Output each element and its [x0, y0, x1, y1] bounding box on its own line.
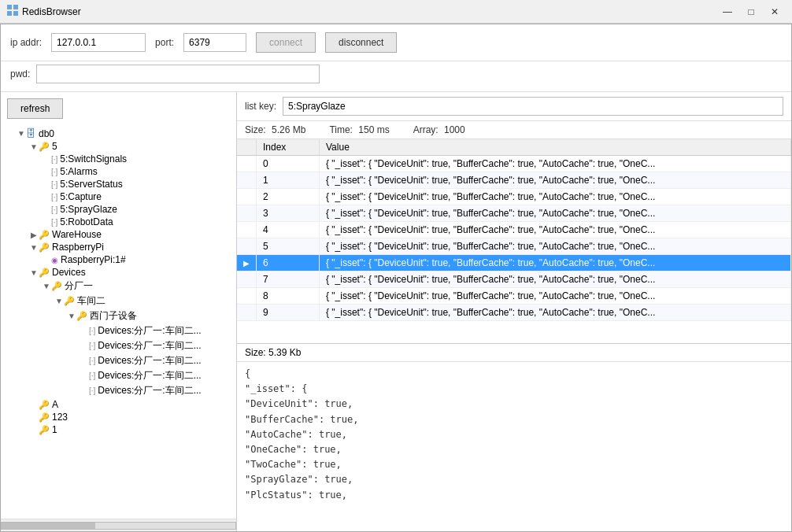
folder-icon: 🔑: [51, 281, 62, 291]
app-icon: [6, 4, 19, 19]
window-controls: — □ ✕: [716, 3, 786, 20]
tree-node-5-robotdata[interactable]: [·] 5:RobotData: [1, 216, 236, 228]
table-row[interactable]: 8{ "_isset": { "DeviceUnit": true, "Buff…: [237, 288, 791, 305]
table-row[interactable]: 3{ "_isset": { "DeviceUnit": true, "Buff…: [237, 205, 791, 222]
row-value: { "_isset": { "DeviceUnit": true, "Buffe…: [320, 305, 791, 321]
content-area: refresh ▼ 🗄 db0 ▼ 🔑 5: [1, 92, 791, 531]
tree-label: 5:SwitchSignals: [60, 153, 127, 164]
row-value: { "_isset": { "DeviceUnit": true, "Buffe…: [320, 205, 791, 222]
tree-node-5-switchsignals[interactable]: [·] 5:SwitchSignals: [1, 153, 236, 165]
row-arrow: [237, 272, 257, 288]
svg-rect-0: [7, 5, 12, 9]
key-icon: [·]: [51, 205, 57, 214]
refresh-button[interactable]: refresh: [7, 98, 63, 119]
tree-node-siemens[interactable]: ▼ 🔑 西门子设备: [1, 308, 236, 323]
minimize-button[interactable]: —: [716, 3, 738, 20]
tree-node-device-5[interactable]: [·] Devices:分厂一:车间二...: [1, 383, 236, 398]
db-icon: 🗄: [26, 127, 36, 139]
tree-label: Devices:分厂一:车间二...: [98, 369, 201, 382]
tree-label: Devices:分厂一:车间二...: [98, 384, 201, 397]
tree-node-5[interactable]: ▼ 🔑 5: [1, 140, 236, 153]
table-row[interactable]: 1{ "_isset": { "DeviceUnit": true, "Buff…: [237, 172, 791, 189]
tree-node-123[interactable]: 🔑 123: [1, 411, 236, 423]
tree-label: RaspberryPi: [52, 242, 104, 253]
tree-node-device-3[interactable]: [·] Devices:分厂一:车间二...: [1, 353, 236, 368]
tree-node-devices[interactable]: ▼ 🔑 Devices: [1, 266, 236, 279]
key-icon: [·]: [89, 342, 95, 350]
size-info: Size: 5.26 Mb: [245, 124, 305, 135]
ip-input[interactable]: [51, 33, 146, 52]
table-row[interactable]: 9{ "_isset": { "DeviceUnit": true, "Buff…: [237, 305, 791, 321]
row-index: 9: [257, 305, 320, 321]
table-row[interactable]: 7{ "_isset": { "DeviceUnit": true, "Buff…: [237, 272, 791, 288]
tree-node-raspberrypi-1[interactable]: ◉ RaspberryPi:1#: [1, 253, 236, 266]
tree-node-5-sprayglaze[interactable]: [·] 5:SprayGlaze: [1, 203, 236, 216]
row-index: 5: [257, 238, 320, 255]
key-icon: [·]: [89, 386, 95, 395]
tree-node-1[interactable]: 🔑 1: [1, 423, 236, 436]
folder-icon: 🔑: [39, 400, 50, 410]
tree-node-raspberrypi[interactable]: ▼ 🔑 RaspberryPi: [1, 241, 236, 253]
key-icon: [·]: [51, 155, 57, 164]
key-icon: [·]: [51, 218, 57, 227]
tree-node-db0[interactable]: ▼ 🗄 db0: [1, 127, 236, 140]
table-row[interactable]: 4{ "_isset": { "DeviceUnit": true, "Buff…: [237, 222, 791, 238]
close-button[interactable]: ✕: [764, 3, 786, 20]
folder-icon: 🔑: [64, 296, 75, 306]
tree-label: 1: [52, 424, 57, 435]
folder-icon: 🔑: [39, 230, 50, 240]
tree-node-fenchang[interactable]: ▼ 🔑 分厂一: [1, 279, 236, 294]
row-index: 2: [257, 189, 320, 205]
table-row[interactable]: 5{ "_isset": { "DeviceUnit": true, "Buff…: [237, 238, 791, 255]
maximize-button[interactable]: □: [740, 3, 762, 20]
port-label: port:: [155, 37, 174, 48]
list-key-bar: list key:: [237, 92, 791, 121]
tree-node-chejian[interactable]: ▼ 🔑 车间二: [1, 294, 236, 308]
connection-bar: ip addr: port: connect disconnect: [1, 24, 791, 61]
tree-node-device-2[interactable]: [·] Devices:分厂一:车间二...: [1, 338, 236, 353]
detail-content[interactable]: { "_isset": { "DeviceUnit": true, "Buffe…: [237, 362, 791, 531]
port-input[interactable]: [183, 33, 246, 52]
pwd-label: pwd:: [10, 68, 30, 79]
tree-node-a[interactable]: 🔑 A: [1, 398, 236, 411]
row-index: 4: [257, 222, 320, 238]
row-arrow: [237, 156, 257, 172]
tree-node-device-1[interactable]: [·] Devices:分厂一:车间二...: [1, 323, 236, 338]
row-arrow: [237, 288, 257, 305]
table-scroll[interactable]: Index Value 0{ "_isset": { "DeviceUnit":…: [237, 139, 791, 343]
data-table: Index Value 0{ "_isset": { "DeviceUnit":…: [237, 139, 791, 321]
list-key-input[interactable]: [283, 97, 783, 116]
table-row[interactable]: 2{ "_isset": { "DeviceUnit": true, "Buff…: [237, 189, 791, 205]
tree-hscroll[interactable]: [1, 519, 236, 531]
tree-node-5-capture[interactable]: [·] 5:Capture: [1, 190, 236, 203]
data-info-row: Size: 5.26 Mb Time: 150 ms Array: 1000: [237, 121, 791, 139]
tree-label: WareHouse: [52, 229, 102, 240]
key-icon: [·]: [51, 180, 57, 189]
row-value: { "_isset": { "DeviceUnit": true, "Buffe…: [320, 288, 791, 305]
table-row[interactable]: 0{ "_isset": { "DeviceUnit": true, "Buff…: [237, 156, 791, 172]
folder-icon: 🔑: [39, 412, 50, 423]
row-arrow: ▶: [237, 255, 257, 272]
key-icon: [·]: [51, 193, 57, 201]
row-arrow: [237, 205, 257, 222]
tree-label: A: [52, 399, 58, 410]
tree-label: 5:ServerStatus: [60, 179, 122, 190]
ip-label: ip addr:: [10, 37, 42, 48]
key-icon: [·]: [51, 168, 57, 176]
tree-node-device-4[interactable]: [·] Devices:分厂一:车间二...: [1, 368, 236, 383]
disconnect-button[interactable]: disconnect: [325, 32, 397, 53]
connect-button[interactable]: connect: [256, 32, 316, 53]
tree-label: 5:Capture: [60, 191, 102, 202]
tree-label: db0: [39, 128, 54, 139]
row-value: { "_isset": { "DeviceUnit": true, "Buffe…: [320, 255, 791, 272]
row-arrow: [237, 238, 257, 255]
tree-container[interactable]: ▼ 🗄 db0 ▼ 🔑 5: [1, 125, 236, 519]
tree-node-warehouse[interactable]: ▶ 🔑 WareHouse: [1, 228, 236, 241]
tree-node-5-serverstatus[interactable]: [·] 5:ServerStatus: [1, 178, 236, 190]
pwd-input[interactable]: [36, 65, 320, 83]
table-row[interactable]: ▶6{ "_isset": { "DeviceUnit": true, "Buf…: [237, 255, 791, 272]
key-icon: [·]: [89, 371, 95, 380]
row-value: { "_isset": { "DeviceUnit": true, "Buffe…: [320, 272, 791, 288]
tree-node-5-alarms[interactable]: [·] 5:Alarms: [1, 165, 236, 178]
tree-label: 123: [52, 412, 68, 423]
